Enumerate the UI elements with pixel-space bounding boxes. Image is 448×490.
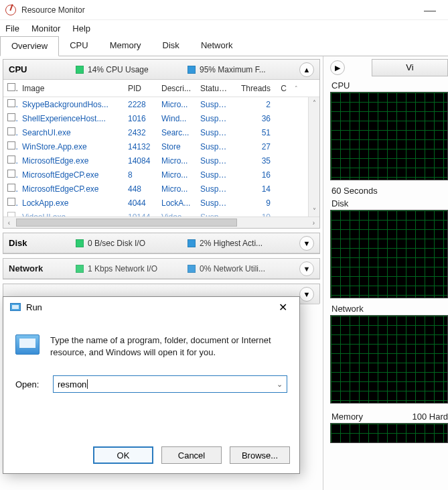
col-image[interactable]: Image: [18, 84, 124, 93]
cpu-usage-meter: 14% CPU Usage: [76, 65, 181, 74]
table-row[interactable]: ShellExperienceHost....1016Wind...Suspe.…: [3, 111, 319, 125]
run-description: Type the name of a program, folder, docu…: [50, 334, 287, 358]
table-row[interactable]: WinStore.App.exe14132StoreSuspe...27: [3, 139, 319, 154]
chart-label-disk: Disk: [331, 198, 448, 208]
tab-strip: Overview CPU Memory Disk Network: [0, 36, 448, 56]
cpu-panel-title: CPU: [9, 64, 69, 74]
row-checkbox[interactable]: [7, 113, 15, 121]
cancel-button[interactable]: Cancel: [161, 446, 222, 464]
browse-button[interactable]: Browse...: [230, 446, 290, 464]
blue-square-icon: [188, 66, 196, 74]
menu-bar: File Monitor Help: [0, 20, 448, 36]
expand-button[interactable]: ▼: [299, 236, 314, 251]
green-square-icon: [76, 66, 84, 74]
network-io-meter: 1 Kbps Network I/O: [76, 264, 181, 273]
tab-disk[interactable]: Disk: [152, 36, 190, 56]
menu-monitor[interactable]: Monitor: [31, 23, 60, 34]
table-row[interactable]: VideoUI.exe10144Video...Suspe...10: [3, 210, 319, 217]
collapse-button[interactable]: ▲: [299, 62, 314, 77]
network-panel-header[interactable]: Network 1 Kbps Network I/O 0% Network Ut…: [3, 259, 319, 279]
blue-square-icon: [188, 265, 196, 273]
open-label: Open:: [15, 379, 46, 389]
col-c[interactable]: C: [275, 84, 291, 93]
expand-button[interactable]: ▼: [299, 261, 314, 276]
disk-chart: [330, 210, 448, 298]
run-icon: [10, 303, 21, 311]
run-program-icon: [15, 334, 40, 355]
run-title-bar: Run ✕: [3, 297, 299, 317]
row-checkbox[interactable]: [7, 141, 15, 149]
tab-overview[interactable]: Overview: [0, 36, 59, 56]
chart-label-memory: Memory: [331, 412, 363, 422]
horizontal-scrollbar[interactable]: ‹ ›: [3, 217, 319, 228]
chart-label-cpu: CPU: [331, 80, 448, 90]
vertical-scrollbar[interactable]: ˄˅: [308, 97, 319, 217]
disk-panel-title: Disk: [9, 238, 69, 248]
col-threads[interactable]: Threads: [233, 84, 275, 93]
cpu-panel-header[interactable]: CPU 14% CPU Usage 95% Maximum F... ▲: [3, 60, 319, 80]
minimize-button[interactable]: —: [417, 4, 443, 16]
run-title: Run: [26, 302, 42, 312]
network-panel: Network 1 Kbps Network I/O 0% Network Ut…: [3, 258, 320, 280]
row-checkbox[interactable]: [7, 184, 15, 192]
scroll-up-icon[interactable]: ˄: [291, 85, 303, 92]
row-checkbox[interactable]: [7, 99, 15, 107]
tab-memory[interactable]: Memory: [99, 36, 152, 56]
col-desc[interactable]: Descri...: [157, 84, 196, 93]
menu-help[interactable]: Help: [72, 23, 90, 34]
nav-right-button[interactable]: ▶: [330, 60, 345, 75]
cpu-freq-meter: 95% Maximum F...: [188, 65, 293, 74]
disk-panel: Disk 0 B/sec Disk I/O 2% Highest Acti...…: [3, 233, 320, 254]
network-util-meter: 0% Network Utili...: [188, 264, 293, 273]
cpu-chart: [330, 92, 448, 180]
col-pid[interactable]: PID: [124, 84, 157, 93]
row-checkbox[interactable]: [7, 198, 15, 206]
table-row[interactable]: SearchUI.exe2432Searc...Suspe...51: [3, 125, 319, 139]
tab-network[interactable]: Network: [190, 36, 244, 56]
header-checkbox[interactable]: [7, 83, 15, 91]
right-pane: ▶ Vi CPU 60 Seconds Disk Network Memory …: [323, 56, 448, 490]
chart-label-network: Network: [331, 304, 448, 314]
table-row[interactable]: MicrosoftEdgeCP.exe448Micro...Suspe...14: [3, 182, 319, 196]
col-status[interactable]: Status: [196, 84, 233, 93]
ok-button[interactable]: OK: [93, 446, 153, 464]
menu-file[interactable]: File: [5, 23, 19, 34]
open-combobox[interactable]: resmon ⌄: [53, 375, 287, 393]
close-button[interactable]: ✕: [273, 298, 293, 316]
disk-io-meter: 0 B/sec Disk I/O: [76, 239, 181, 248]
table-row[interactable]: SkypeBackgroundHos...2228Micro...Suspe..…: [3, 97, 319, 111]
open-value: resmon: [58, 379, 86, 389]
cpu-grid-header: Image PID Descri... Status Threads C ˄: [3, 80, 319, 97]
app-icon: [5, 5, 16, 15]
axis-label: 60 Seconds: [331, 186, 448, 196]
table-row[interactable]: MicrosoftEdgeCP.exe8Micro...Suspe...16: [3, 168, 319, 182]
cpu-panel: CPU 14% CPU Usage 95% Maximum F... ▲ Ima…: [3, 59, 320, 229]
chevron-down-icon[interactable]: ⌄: [277, 380, 283, 389]
expand-button[interactable]: ▼: [299, 287, 314, 302]
cpu-grid-body: SkypeBackgroundHos...2228Micro...Suspe..…: [3, 97, 319, 217]
network-chart: [330, 315, 448, 404]
tab-cpu[interactable]: CPU: [59, 36, 98, 56]
row-checkbox[interactable]: [7, 170, 15, 178]
chart-label-hard: 100 Hard: [413, 412, 448, 422]
network-panel-title: Network: [9, 263, 69, 273]
row-checkbox[interactable]: [7, 156, 15, 164]
blue-square-icon: [188, 239, 196, 247]
table-row[interactable]: MicrosoftEdge.exe14084Micro...Suspe...35: [3, 154, 319, 168]
table-row[interactable]: LockApp.exe4044LockA...Suspe...9: [3, 196, 319, 210]
green-square-icon: [76, 265, 84, 273]
views-button[interactable]: Vi: [372, 59, 448, 76]
title-bar: Resource Monitor —: [0, 0, 448, 20]
row-checkbox[interactable]: [7, 127, 15, 135]
green-square-icon: [76, 239, 84, 247]
memory-chart: [330, 423, 448, 443]
disk-active-meter: 2% Highest Acti...: [188, 239, 293, 248]
run-dialog: Run ✕ Type the name of a program, folder…: [3, 296, 300, 474]
disk-panel-header[interactable]: Disk 0 B/sec Disk I/O 2% Highest Acti...…: [3, 233, 319, 253]
window-title: Resource Monitor: [21, 5, 85, 15]
